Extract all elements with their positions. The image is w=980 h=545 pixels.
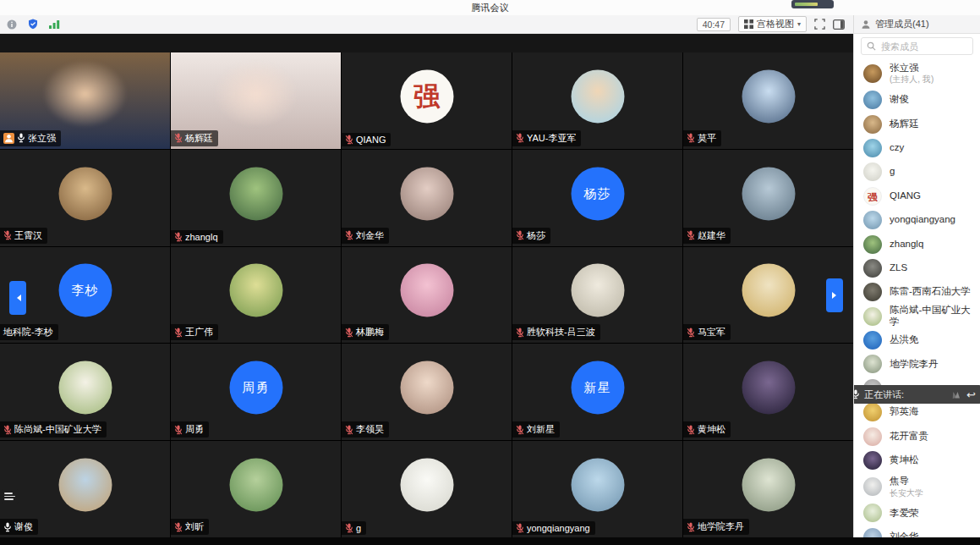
- mic-muted-icon: [174, 133, 183, 143]
- mic-on-icon: [853, 389, 860, 399]
- video-tile[interactable]: 杨辉廷: [171, 52, 341, 149]
- video-tile[interactable]: 强QIANG: [342, 52, 512, 149]
- video-tile[interactable]: 新星刘新星: [512, 344, 682, 440]
- mic-muted-icon: [3, 425, 12, 435]
- video-tile[interactable]: 黄坤松: [683, 344, 853, 440]
- member-text: 焦导长安大学: [890, 476, 923, 498]
- video-tile[interactable]: zhanglq: [171, 150, 341, 246]
- participant-avatar: [863, 283, 882, 301]
- meeting-info-icon[interactable]: [7, 19, 17, 30]
- member-text: 黄坤松: [890, 454, 919, 466]
- sidebar-toggle-icon[interactable]: [833, 19, 845, 30]
- member-text: czy: [890, 142, 904, 154]
- member-name: 花开富贵: [890, 431, 928, 443]
- member-name: g: [890, 166, 895, 178]
- video-tile[interactable]: 赵建华: [683, 150, 853, 246]
- member-row[interactable]: 谢俊: [854, 88, 980, 112]
- fullscreen-icon[interactable]: [814, 19, 825, 30]
- grid-page-next-button[interactable]: [826, 278, 843, 312]
- video-tile[interactable]: 胜软科技-吕三波: [512, 247, 682, 344]
- participant-avatar: [571, 264, 624, 317]
- member-name: 刘金华: [890, 531, 919, 537]
- member-name: 杨辉廷: [890, 118, 919, 130]
- member-search-box[interactable]: [861, 37, 973, 55]
- member-row[interactable]: 花开富贵: [854, 424, 980, 448]
- member-row[interactable]: g: [854, 160, 980, 184]
- member-row[interactable]: 李爱荣: [854, 501, 980, 525]
- member-name: 陈雷-西南石油大学: [890, 286, 971, 298]
- member-row[interactable]: 刘金华: [854, 526, 980, 537]
- member-row[interactable]: 张立强(主持人, 我): [854, 59, 980, 88]
- participant-name-label: 刘金华: [342, 228, 389, 244]
- network-signal-icon[interactable]: [49, 19, 60, 29]
- participant-name: 胜软科技-吕三波: [527, 326, 595, 339]
- video-tile[interactable]: 杨莎杨莎: [512, 150, 682, 246]
- video-tile[interactable]: 刘金华: [342, 150, 512, 246]
- participant-name-label: g: [342, 521, 366, 535]
- member-text: 地学院李丹: [890, 359, 939, 371]
- video-tile[interactable]: 张立强: [0, 52, 170, 149]
- participant-name-label: 胜软科技-吕三波: [512, 324, 600, 340]
- participant-name-label: 杨莎: [512, 228, 550, 244]
- member-row[interactable]: 郭英海: [854, 400, 980, 424]
- video-tile[interactable]: 王广伟: [171, 247, 341, 344]
- speaking-indicator: 正在讲话: ↩: [853, 385, 980, 404]
- video-grid-area: 张立强杨辉廷强QIANGYAU-李亚军莫平王霄汉zhanglq刘金华杨莎杨莎赵建…: [0, 34, 853, 537]
- participant-name: 刘昕: [185, 520, 204, 533]
- bottom-bar: [0, 537, 980, 545]
- member-row[interactable]: zhanglq: [854, 232, 980, 256]
- security-shield-icon[interactable]: [28, 19, 38, 30]
- video-tile[interactable]: 李领昊: [342, 344, 512, 440]
- participant-name-label: 莫平: [683, 130, 721, 146]
- member-name: 丛洪免: [890, 334, 919, 346]
- video-tile[interactable]: 谢俊: [0, 441, 170, 537]
- video-tile[interactable]: 王霄汉: [0, 150, 170, 246]
- member-panel-header: 管理成员(41): [853, 15, 980, 33]
- video-tile[interactable]: 周勇周勇: [171, 344, 341, 440]
- member-row[interactable]: 丛洪免: [854, 328, 980, 352]
- member-search-input[interactable]: [879, 41, 967, 52]
- member-row[interactable]: czy: [854, 136, 980, 160]
- video-tile[interactable]: 地学院李丹: [683, 441, 853, 537]
- view-mode-selector[interactable]: 宫格视图 ▾: [738, 16, 807, 32]
- video-tile[interactable]: 刘昕: [171, 441, 341, 537]
- participant-name: 王广伟: [185, 326, 213, 339]
- video-tile[interactable]: YAU-李亚军: [512, 52, 682, 149]
- member-row[interactable]: ZLS: [854, 256, 980, 280]
- participant-name: 张立强: [28, 132, 56, 145]
- video-tile[interactable]: 莫平: [683, 52, 853, 149]
- participant-name: 杨辉廷: [185, 132, 213, 145]
- member-row[interactable]: 地学院李丹: [854, 352, 980, 376]
- participant-avatar: 强: [863, 187, 882, 206]
- member-name: 郭英海: [890, 406, 919, 418]
- member-text: ZLS: [890, 262, 907, 274]
- member-row[interactable]: 陈尚斌-中国矿业大学: [854, 305, 980, 328]
- grid-page-prev-button[interactable]: [9, 281, 26, 315]
- member-row[interactable]: 强QIANG: [854, 184, 980, 208]
- participant-avatar: [742, 69, 795, 123]
- video-tile[interactable]: 陈尚斌-中国矿业大学: [0, 344, 170, 440]
- member-name: ZLS: [890, 262, 907, 274]
- mic-muted-icon: [516, 133, 524, 143]
- participant-avatar: [863, 504, 882, 522]
- caption-list-icon[interactable]: [2, 489, 19, 504]
- participant-name: 林鹏梅: [356, 326, 384, 339]
- grid-view-icon: [744, 19, 753, 29]
- member-row[interactable]: yongqiangyang: [854, 208, 980, 232]
- reaction-hands-icon[interactable]: [949, 389, 962, 399]
- member-row[interactable]: 陈雷-西南石油大学: [854, 280, 980, 304]
- member-row[interactable]: 焦导长安大学: [854, 472, 980, 501]
- member-text: 丛洪免: [890, 334, 919, 346]
- member-row[interactable]: 杨辉廷: [854, 112, 980, 135]
- participant-name: 周勇: [185, 423, 204, 436]
- member-row[interactable]: 黄坤松: [854, 449, 980, 472]
- video-tile[interactable]: yongqiangyang: [512, 441, 682, 537]
- video-tile[interactable]: g: [342, 441, 512, 537]
- title-bar: 腾讯会议: [0, 0, 980, 15]
- video-tile[interactable]: 林鹏梅: [342, 247, 512, 344]
- participant-avatar: 李杪: [58, 264, 112, 317]
- undo-arrow-icon[interactable]: ↩: [966, 389, 976, 400]
- member-text: zhanglq: [890, 239, 923, 250]
- participant-avatar: [229, 264, 282, 317]
- member-text: QIANG: [890, 190, 921, 202]
